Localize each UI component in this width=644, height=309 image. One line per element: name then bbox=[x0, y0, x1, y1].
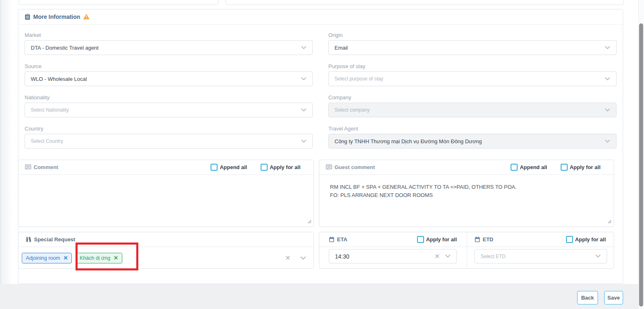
tag-label: Adjoining room bbox=[26, 255, 60, 261]
eta-apply-all-label: Apply for all bbox=[426, 236, 457, 243]
eta-title: ETA bbox=[337, 236, 347, 243]
save-button[interactable]: Save bbox=[604, 291, 623, 304]
special-request-panel: Special Request Adjoining room ✕ Khách d… bbox=[18, 232, 314, 269]
etd-select[interactable]: Select ETD bbox=[474, 249, 607, 263]
guest-apply-all-checkbox[interactable] bbox=[561, 164, 568, 171]
guest-comment-textarea[interactable]: RM INCL BF + SPA + GENERAL ACTIVITY TO T… bbox=[319, 175, 614, 227]
comment-apply-all-checkbox[interactable] bbox=[261, 164, 268, 171]
comment-append-all-label: Append all bbox=[220, 164, 247, 170]
guest-comment-title: Guest comment bbox=[335, 164, 375, 170]
page-left-edge bbox=[0, 0, 12, 284]
eta-value: 14:30 bbox=[335, 253, 349, 260]
eta-select[interactable]: 14:30 ✕ bbox=[329, 249, 457, 263]
nationality-placeholder: Select Nationality bbox=[31, 107, 69, 113]
travel-agent-value: Công ty TNHH Thương mại Dịch vụ Đường Mò… bbox=[335, 138, 482, 144]
comment-apply-all-label: Apply for all bbox=[270, 164, 300, 170]
cutoff-field-top-left bbox=[18, 0, 219, 5]
chevron-down-icon[interactable] bbox=[300, 256, 306, 260]
eta-etd-panel: ETA Apply for all 14:30 ✕ ETD Apply for … bbox=[319, 232, 614, 269]
special-request-title: Special Request bbox=[34, 236, 75, 243]
chevron-down-icon bbox=[301, 46, 307, 50]
remove-tag-icon[interactable]: ✕ bbox=[114, 255, 118, 261]
clear-icon[interactable]: ✕ bbox=[435, 252, 440, 260]
guest-comment-panel: Guest comment Append all Apply for all R… bbox=[319, 160, 614, 227]
guest-comment-line: RM INCL BF + SPA + GENERAL ACTIVITY TO T… bbox=[330, 183, 603, 191]
scrollbar-thumb[interactable] bbox=[639, 23, 643, 307]
calendar-icon bbox=[474, 236, 480, 243]
country-label: Country bbox=[25, 126, 44, 132]
company-label: Company bbox=[328, 94, 351, 101]
source-label: Source bbox=[25, 63, 41, 69]
guest-apply-all-label: Apply for all bbox=[570, 164, 600, 170]
chevron-down-icon bbox=[595, 254, 601, 258]
comment-textarea[interactable] bbox=[18, 175, 314, 227]
etd-header: ETD Apply for all bbox=[467, 232, 614, 247]
purpose-of-stay-label: Purpose of stay bbox=[328, 63, 365, 69]
special-request-header: Special Request bbox=[18, 232, 314, 247]
special-request-tag: Adjoining room ✕ bbox=[22, 253, 72, 263]
comment-append-all-checkbox[interactable] bbox=[211, 164, 218, 171]
warning-icon bbox=[83, 14, 90, 20]
etd-apply-all-checkbox[interactable] bbox=[566, 236, 573, 243]
comment-panel: Comment Append all Apply for all bbox=[18, 160, 314, 227]
comment-panel-header: Comment Append all Apply for all bbox=[18, 160, 314, 175]
footer-bar: Back Save bbox=[0, 284, 638, 309]
etd-title: ETD bbox=[483, 236, 493, 243]
tag-label: Khách dị ứng bbox=[80, 255, 110, 261]
special-request-select[interactable]: Adjoining room ✕ Khách dị ứng ✕ ✕ bbox=[18, 247, 314, 269]
market-select[interactable]: DTA - Domestic Travel agent bbox=[25, 40, 313, 55]
chevron-down-icon bbox=[605, 140, 610, 143]
chevron-down-icon bbox=[605, 77, 610, 81]
origin-label: Origin bbox=[328, 32, 343, 38]
eta-apply-all-group: Apply for all bbox=[417, 236, 457, 243]
purpose-of-stay-select[interactable]: Select purpose of stay bbox=[328, 71, 616, 86]
origin-select[interactable]: Email bbox=[328, 40, 616, 55]
company-select[interactable]: Select company bbox=[328, 103, 616, 117]
nationality-select[interactable]: Select Nationality bbox=[25, 103, 313, 117]
eta-apply-all-checkbox[interactable] bbox=[417, 236, 424, 243]
special-request-tag: Khách dị ứng ✕ bbox=[76, 253, 122, 263]
chevron-down-icon bbox=[301, 140, 307, 143]
guest-append-all-group: Append all bbox=[511, 164, 547, 171]
chevron-down-icon bbox=[301, 108, 307, 112]
etd-apply-all-label: Apply for all bbox=[575, 236, 606, 243]
clear-icon[interactable]: ✕ bbox=[285, 254, 291, 262]
chevron-down-icon bbox=[605, 108, 610, 112]
chevron-down-icon bbox=[445, 254, 451, 258]
etd-column: ETD Apply for all Select ETD bbox=[467, 232, 614, 268]
origin-value: Email bbox=[335, 45, 348, 51]
source-value: WLO - Wholesale Local bbox=[31, 76, 87, 82]
resize-handle-icon[interactable] bbox=[307, 218, 312, 225]
company-placeholder: Select company bbox=[335, 107, 369, 113]
eta-header: ETA Apply for all bbox=[319, 232, 467, 247]
travel-agent-select[interactable]: Công ty TNHH Thương mại Dịch vụ Đường Mò… bbox=[328, 134, 616, 149]
remove-tag-icon[interactable]: ✕ bbox=[63, 255, 68, 261]
clipboard-icon bbox=[25, 14, 30, 20]
eta-column: ETA Apply for all 14:30 ✕ bbox=[319, 232, 467, 268]
more-information-header: More Information bbox=[18, 9, 623, 25]
country-select[interactable]: Select Country bbox=[25, 134, 313, 149]
purpose-of-stay-placeholder: Select purpose of stay bbox=[335, 76, 383, 82]
cutoff-field-top-middle bbox=[225, 0, 412, 5]
chevron-down-icon bbox=[605, 46, 610, 50]
book-icon bbox=[26, 236, 32, 243]
guest-comment-line: FO: PLS ARRANGE NEXT DOOR ROOMS bbox=[330, 191, 603, 199]
guest-append-all-checkbox[interactable] bbox=[511, 164, 518, 171]
travel-agent-label: Travel Agent bbox=[328, 126, 358, 132]
guest-apply-all-group: Apply for all bbox=[561, 164, 600, 171]
source-select[interactable]: WLO - Wholesale Local bbox=[25, 71, 313, 86]
back-button[interactable]: Back bbox=[577, 291, 598, 304]
guest-append-all-label: Append all bbox=[520, 164, 547, 170]
etd-placeholder: Select ETD bbox=[481, 254, 506, 259]
comment-apply-all-group: Apply for all bbox=[261, 164, 300, 171]
vertical-scrollbar[interactable] bbox=[638, 0, 644, 309]
market-label: Market bbox=[25, 32, 41, 38]
cutoff-field-top-right bbox=[411, 0, 624, 5]
comment-icon bbox=[25, 165, 31, 170]
resize-handle-icon[interactable] bbox=[607, 218, 612, 225]
nationality-label: Nationality bbox=[25, 94, 50, 101]
comment-append-all-group: Append all bbox=[211, 164, 247, 171]
market-value: DTA - Domestic Travel agent bbox=[31, 45, 99, 51]
etd-apply-all-group: Apply for all bbox=[566, 236, 606, 243]
section-title: More Information bbox=[33, 14, 80, 20]
